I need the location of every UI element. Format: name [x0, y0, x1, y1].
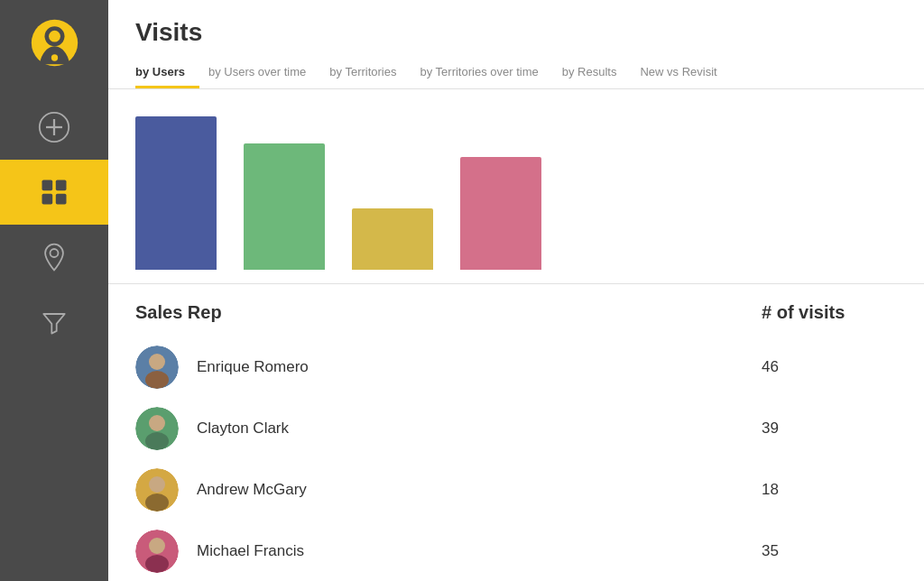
- tab-by-users[interactable]: by Users: [135, 58, 199, 88]
- svg-point-2: [49, 31, 60, 42]
- sidebar: [0, 0, 108, 581]
- tab-by-results[interactable]: by Results: [562, 58, 632, 88]
- sidebar-item-dashboard[interactable]: [0, 160, 108, 225]
- svg-point-13: [149, 354, 165, 370]
- svg-point-14: [145, 371, 169, 389]
- svg-rect-7: [42, 180, 53, 191]
- bar-andrew: [352, 208, 433, 270]
- svg-rect-10: [56, 194, 67, 205]
- svg-rect-9: [42, 194, 53, 205]
- table-row: Andrew McGary 18: [135, 459, 897, 521]
- tab-by-territories[interactable]: by Territories: [329, 58, 411, 88]
- table-header: Sales Rep # of visits: [135, 302, 897, 327]
- chart-area: [108, 89, 924, 284]
- sidebar-item-add[interactable]: [0, 95, 108, 160]
- page-title: Visits: [135, 18, 897, 47]
- tab-new-vs-revisit[interactable]: New vs Revisit: [640, 58, 731, 88]
- avatar-michael: [135, 530, 179, 573]
- svg-point-17: [145, 432, 169, 450]
- rep-name-clayton: Clayton Clark: [197, 420, 289, 438]
- rep-info-clayton: Clayton Clark: [135, 407, 762, 450]
- svg-point-19: [149, 476, 165, 493]
- rep-info-andrew: Andrew McGary: [135, 468, 762, 512]
- svg-point-20: [145, 493, 169, 512]
- svg-point-22: [149, 538, 165, 554]
- bar-chart: [135, 107, 897, 270]
- sidebar-item-filter[interactable]: [0, 290, 108, 355]
- table-area: Sales Rep # of visits Enrique Romero 46: [108, 284, 924, 581]
- svg-point-16: [149, 415, 165, 431]
- svg-rect-8: [56, 180, 67, 191]
- avatar-andrew: [135, 468, 179, 512]
- svg-point-11: [51, 249, 59, 257]
- svg-point-23: [145, 555, 169, 573]
- page-header: Visits by Users by Users over time by Te…: [108, 0, 924, 89]
- bar-michael: [460, 157, 541, 270]
- bar-enrique: [135, 116, 217, 270]
- bar-clayton: [244, 143, 325, 270]
- visit-count-andrew: 18: [762, 481, 897, 499]
- col-visits-header: # of visits: [762, 302, 897, 323]
- visit-count-clayton: 39: [762, 420, 897, 438]
- rep-info-enrique: Enrique Romero: [135, 346, 762, 389]
- tab-by-territories-over-time[interactable]: by Territories over time: [420, 58, 552, 88]
- table-row: Clayton Clark 39: [135, 398, 897, 459]
- rep-name-andrew: Andrew McGary: [197, 481, 307, 499]
- table-row: Michael Francis 35: [135, 521, 897, 581]
- main-content: Visits by Users by Users over time by Te…: [108, 0, 924, 581]
- rep-name-enrique: Enrique Romero: [197, 358, 309, 376]
- tab-by-users-over-time[interactable]: by Users over time: [208, 58, 320, 88]
- sidebar-item-location[interactable]: [0, 225, 108, 290]
- visit-count-enrique: 46: [762, 358, 897, 376]
- svg-point-3: [51, 54, 57, 60]
- avatar-enrique: [135, 346, 179, 389]
- avatar-clayton: [135, 407, 179, 450]
- table-row: Enrique Romero 46: [135, 337, 897, 398]
- col-salesrep-header: Sales Rep: [135, 302, 762, 323]
- tab-nav: by Users by Users over time by Territori…: [135, 58, 897, 88]
- rep-name-michael: Michael Francis: [197, 542, 304, 560]
- rep-info-michael: Michael Francis: [135, 530, 762, 573]
- app-logo[interactable]: [30, 18, 79, 68]
- visit-count-michael: 35: [762, 542, 897, 560]
